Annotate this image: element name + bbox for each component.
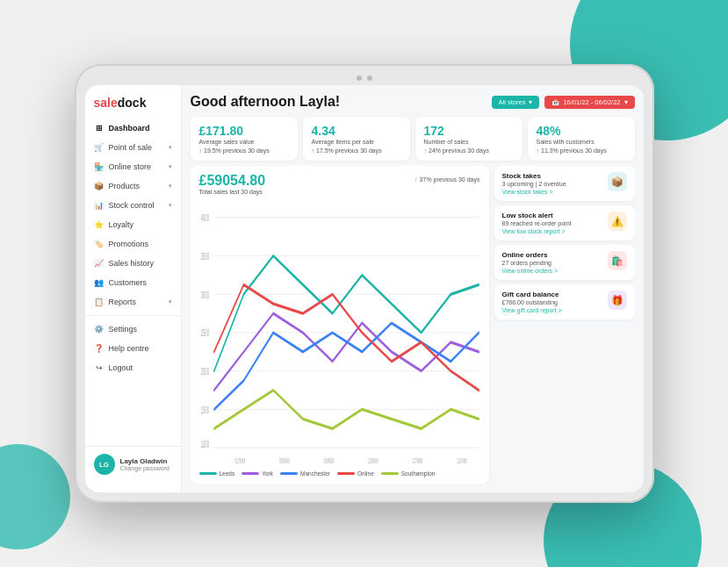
sidebar-item-logout[interactable]: ↪ Logout xyxy=(85,358,181,377)
svg-text:2000: 2000 xyxy=(200,367,209,377)
chevron-icon: ▾ xyxy=(169,202,172,209)
header-controls: All stores ▾ 📅 16/01/22 - 06/02/22 ▾ xyxy=(492,96,635,109)
chart-svg: 4000 3500 3000 2500 2000 1500 1000 xyxy=(199,198,480,467)
chart-change: ↑ 37% previous 30 days xyxy=(414,176,479,183)
legend-dot-leeds xyxy=(199,472,217,475)
stock-takes-icon: 📦 xyxy=(608,172,627,191)
up-arrow-icon: ↑ xyxy=(537,147,540,154)
svg-text:05/MM: 05/MM xyxy=(279,455,290,465)
sidebar-item-customers[interactable]: 👥 Customers xyxy=(85,273,181,292)
tablet-frame: saledock ⊞ Dashboard 🛒 Point of sale ▾ 🏪… xyxy=(75,64,654,503)
stat-value: 4.34 xyxy=(312,124,401,138)
sidebar-item-help[interactable]: ❓ Help centre xyxy=(85,339,181,358)
user-name: Layla Gladwin xyxy=(120,457,169,465)
sidebar-item-pos[interactable]: 🛒 Point of sale ▾ xyxy=(85,138,181,157)
svg-text:1500: 1500 xyxy=(200,406,209,416)
legend-manchester: Manchester xyxy=(280,470,330,477)
help-icon: ❓ xyxy=(94,343,105,354)
chevron-icon: ▾ xyxy=(169,144,172,151)
avatar: LG xyxy=(94,454,115,475)
info-card-stock-takes: Stock takes 3 upcoming | 2 overdue View … xyxy=(494,166,635,201)
legend-dot-york xyxy=(241,472,259,475)
svg-text:17/MM: 17/MM xyxy=(412,455,422,465)
info-card-sub: 27 orders pending xyxy=(502,260,602,266)
sidebar-item-products[interactable]: 📦 Products ▾ xyxy=(85,176,181,196)
calendar-icon: 📅 xyxy=(551,98,559,106)
stat-change: ↑ 19.5% previous 30 days xyxy=(199,147,289,154)
dashboard-icon: ⊞ xyxy=(94,123,105,133)
chart-total-label: Total sales last 30 days xyxy=(199,189,266,195)
info-card-sub: 3 upcoming | 2 overdue xyxy=(502,181,602,187)
logout-icon: ↪ xyxy=(94,362,105,373)
promotions-icon: 🏷️ xyxy=(94,239,105,249)
date-range-button[interactable]: 📅 16/01/22 - 06/02/22 ▾ xyxy=(544,96,634,109)
chart-area: 4000 3500 3000 2500 2000 1500 1000 xyxy=(199,198,480,467)
info-card-link[interactable]: View stock takes > xyxy=(502,189,602,195)
user-sub: Change password xyxy=(120,465,169,471)
online-orders-icon: 🛍️ xyxy=(608,251,627,270)
info-card-text: Low stock alert 89 reached re-order poin… xyxy=(502,212,602,234)
info-card-sub: 89 reached re-order point xyxy=(502,220,602,226)
tablet-screen: saledock ⊞ Dashboard 🛒 Point of sale ▾ 🏪… xyxy=(85,85,644,492)
chart-legend: Leeds York Manchester Online xyxy=(199,470,480,477)
stat-change: ↑ 24% previous 30 days xyxy=(424,147,514,154)
sidebar-item-online-store[interactable]: 🏪 Online store ▾ xyxy=(85,157,181,176)
low-stock-icon: ⚠️ xyxy=(608,212,627,231)
info-card-title: Stock takes xyxy=(502,172,602,180)
right-panel: Stock takes 3 upcoming | 2 overdue View … xyxy=(494,166,635,484)
legend-york: York xyxy=(241,470,273,477)
sidebar: saledock ⊞ Dashboard 🛒 Point of sale ▾ 🏪… xyxy=(85,85,182,492)
chevron-icon: ▾ xyxy=(169,183,172,190)
customers-icon: 👥 xyxy=(94,277,105,288)
bg-circle-left xyxy=(0,444,70,549)
sidebar-item-dashboard[interactable]: ⊞ Dashboard xyxy=(85,118,181,138)
stat-label: Average sales value xyxy=(199,139,289,145)
info-card-low-stock: Low stock alert 89 reached re-order poin… xyxy=(494,205,635,240)
chart-card: £59054.80 Total sales last 30 days ↑ 37%… xyxy=(191,166,489,484)
stat-value: 48% xyxy=(537,124,626,138)
stat-change: ↑ 11.3% previous 30 days xyxy=(537,147,626,154)
svg-text:21/MM: 21/MM xyxy=(457,455,467,465)
info-card-link[interactable]: View gift card report > xyxy=(502,307,602,313)
legend-dot-manchester xyxy=(280,472,298,475)
app-logo: saledock xyxy=(85,96,181,118)
chevron-icon: ▾ xyxy=(169,298,172,305)
info-card-title: Online orders xyxy=(502,251,602,259)
user-info: Layla Gladwin Change password xyxy=(120,457,169,471)
sidebar-divider xyxy=(85,315,181,316)
up-arrow-icon: ↑ xyxy=(424,147,428,154)
header: Good afternoon Layla! All stores ▾ 📅 16/… xyxy=(191,94,635,110)
main-content: Good afternoon Layla! All stores ▾ 📅 16/… xyxy=(182,85,644,492)
info-card-link[interactable]: View low stock report > xyxy=(502,228,602,234)
sidebar-item-stock-control[interactable]: 📊 Stock control ▾ xyxy=(85,196,181,215)
up-arrow-icon: ↑ xyxy=(199,147,203,154)
info-card-gift-card: Gift card balance £766.00 outstanding Vi… xyxy=(494,284,635,319)
stat-value: 172 xyxy=(424,124,514,138)
sidebar-item-promotions[interactable]: 🏷️ Promotions xyxy=(85,234,181,254)
stats-row: £171.80 Average sales value ↑ 19.5% prev… xyxy=(191,117,635,161)
stock-icon: 📊 xyxy=(94,200,105,211)
svg-text:01/MM: 01/MM xyxy=(234,455,245,465)
info-card-text: Online orders 27 orders pending View onl… xyxy=(502,251,602,274)
stat-card-sales-customers: 48% Sales with customers ↑ 11.3% previou… xyxy=(528,117,635,161)
stat-label: Sales with customers xyxy=(537,139,626,145)
stat-card-num-sales: 172 Number of sales ↑ 24% previous 30 da… xyxy=(415,117,523,161)
info-card-sub: £766.00 outstanding xyxy=(502,299,602,305)
chevron-icon: ▾ xyxy=(169,163,172,170)
info-card-title: Low stock alert xyxy=(502,212,602,219)
sidebar-item-settings[interactable]: ⚙️ Settings xyxy=(85,319,181,339)
legend-southampton: Southampton xyxy=(381,470,436,477)
camera-dot-1 xyxy=(357,75,362,81)
legend-dot-southampton xyxy=(381,472,399,475)
sidebar-item-loyalty[interactable]: ⭐ Loyalty xyxy=(85,215,181,234)
info-card-link[interactable]: View online orders > xyxy=(502,268,602,274)
dropdown-icon: ▾ xyxy=(624,98,628,106)
sidebar-item-reports[interactable]: 📋 Reports ▾ xyxy=(85,292,181,312)
stat-value: £171.80 xyxy=(199,124,289,138)
history-icon: 📈 xyxy=(94,258,105,269)
chart-header: £59054.80 Total sales last 30 days ↑ 37%… xyxy=(199,173,480,195)
sidebar-user[interactable]: LG Layla Gladwin Change password xyxy=(85,446,181,482)
info-card-text: Gift card balance £766.00 outstanding Vi… xyxy=(502,291,602,313)
sidebar-item-sales-history[interactable]: 📈 Sales history xyxy=(85,254,181,273)
store-selector-button[interactable]: All stores ▾ xyxy=(492,96,540,109)
